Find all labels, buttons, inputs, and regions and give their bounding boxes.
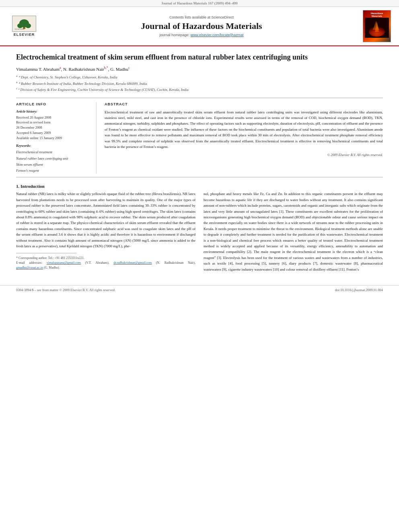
info-abstract-columns: ARTICLE INFO Article history: Received 2…	[16, 102, 383, 174]
keywords-list: Electrochemical treatment Natural rubber…	[16, 149, 90, 174]
affiliation-b: b ᵇ Rubber Research Institute of India, …	[16, 80, 383, 87]
section-number: 1.	[16, 184, 19, 189]
history-label: Article history:	[16, 109, 90, 113]
available-online: Available online 15 January 2009	[16, 136, 90, 141]
body-text-col1: Natural rubber (NR) latex is milky white…	[16, 191, 195, 249]
doi-text: doi:10.1016/j.jhazmat.2009.01.004	[335, 288, 383, 292]
author-radhakrishnan: N. Radhakrishnan Nairb,*	[63, 67, 108, 72]
elsevier-logo-image: ELSEVIER	[12, 16, 36, 32]
abstract-block: ABSTRACT Electrochemical treatment of ra…	[105, 102, 383, 174]
cover-title-text: HazardousMaterials	[371, 12, 383, 18]
body-text-col2: nol, phosphate and heavy metals like Fe,…	[204, 191, 383, 272]
author-vimalamma: Vimalamma T. Abrahama	[16, 67, 61, 72]
article-container: Electrochemical treatment of skim serum …	[0, 46, 399, 281]
copyright-line: © 2009 Elsevier B.V. All rights reserved…	[105, 153, 383, 157]
footnote-divider	[16, 253, 76, 253]
journal-name: Journal of Hazardous Materials	[40, 21, 363, 31]
journal-homepage-link[interactable]: www.elsevier.com/locate/jhazmat	[191, 33, 244, 37]
affiliations-block: a ᵃ Dept. of Chemistry, St. Stephen’s Co…	[16, 74, 383, 93]
abstract-heading: ABSTRACT	[105, 102, 383, 106]
keywords-label: Keywords:	[16, 144, 90, 148]
received-revised-date: 26 December 2008	[16, 125, 90, 130]
authors-line: Vimalamma T. Abrahama, N. Radhakrishnan …	[16, 66, 383, 72]
introduction-heading: 1. Introduction	[16, 184, 383, 189]
journal-homepage: journal homepage: www.elsevier.com/locat…	[40, 33, 363, 37]
email-link-radhakrishnan[interactable]: dr.radhakrishnan@gmail.com	[113, 261, 152, 265]
elsevier-logo: ELSEVIER ELSEVIER	[8, 16, 40, 37]
body-col-left: Natural rubber (NR) latex is milky white…	[16, 191, 195, 274]
footnote-star: * Corresponding author. Tel.: +91 481 23…	[16, 256, 195, 270]
affiliation-c: c ᶜ Division of Safety & Fire Engineerin…	[16, 86, 383, 93]
article-title: Electrochemical treatment of skim serum …	[16, 53, 383, 62]
section-divider-2	[16, 177, 383, 177]
affiliation-a: a ᵃ Dept. of Chemistry, St. Stephen’s Co…	[16, 74, 383, 80]
received-revised-label: Received in revised form	[16, 120, 90, 125]
keyword-1: Electrochemical treatment	[16, 149, 90, 155]
journal-header: ELSEVIER ELSEVIER Contents lists availab…	[0, 7, 399, 46]
author-madhu: G. Madhuc	[110, 67, 130, 72]
keyword-2: Natural rubber latex centrifuging unit	[16, 156, 90, 162]
journal-reference-text: Journal of Hazardous Materials 167 (2009…	[162, 1, 238, 5]
accepted-date: Accepted 6 January 2009	[16, 130, 90, 136]
svg-point-3	[17, 23, 23, 28]
keyword-4: Fenton’s reagent	[16, 168, 90, 174]
abstract-text: Electrochemical treatment of raw and ana…	[105, 109, 383, 150]
email-link-gmadhu[interactable]: gmadhu@cusat.ac.in	[16, 266, 43, 269]
body-col-right: nol, phosphate and heavy metals like Fe,…	[204, 191, 383, 274]
section-title-text: Introduction	[21, 184, 45, 189]
email-link-vimalamma[interactable]: vimalupasana@gmail.com	[47, 261, 81, 265]
article-info-block: ARTICLE INFO Article history: Received 2…	[16, 102, 97, 174]
journal-title-block: Contents lists available at ScienceDirec…	[40, 15, 363, 37]
open-access-text: 0304-3894/$ – see front matter © 2009 El…	[16, 288, 115, 292]
keyword-3: Skim serum effluent	[16, 162, 90, 168]
contents-available-line: Contents lists available at ScienceDirec…	[40, 15, 363, 19]
svg-text:ELSEVIER: ELSEVIER	[15, 28, 25, 30]
elsevier-label: ELSEVIER	[14, 33, 35, 37]
svg-point-4	[25, 23, 31, 28]
received-date: Received 20 August 2008	[16, 115, 90, 120]
journal-cover-image: HazardousMaterials	[363, 10, 391, 42]
article-info-heading: ARTICLE INFO	[16, 102, 90, 106]
section-divider-1	[16, 98, 383, 98]
body-columns: Natural rubber (NR) latex is milky white…	[16, 191, 383, 274]
bottom-bar: 0304-3894/$ – see front matter © 2009 El…	[0, 285, 399, 294]
journal-reference-bar: Journal of Hazardous Materials 167 (2009…	[0, 0, 399, 7]
body-section-1: 1. Introduction Natural rubber (NR) late…	[16, 184, 383, 274]
